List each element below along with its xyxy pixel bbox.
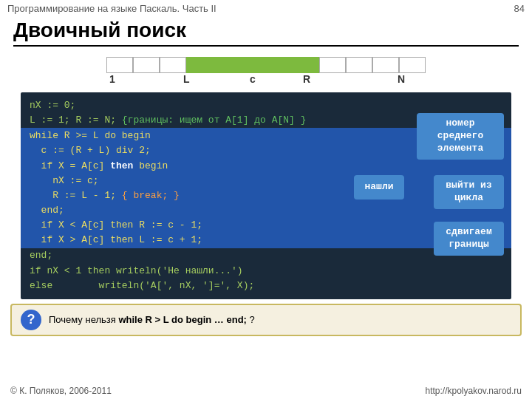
label-L: L xyxy=(183,73,190,85)
code-block: nX := 0; L := 1; R := N; {границы: ищем … xyxy=(21,92,511,299)
code-line-6: nX := c; xyxy=(30,174,502,188)
page-number: 84 xyxy=(514,3,525,14)
array-cell-1 xyxy=(133,57,160,73)
code-line-10: if X > A[c] then L := c + 1; xyxy=(30,233,502,248)
callout-middle-element: номер среднего элемента xyxy=(417,113,504,160)
array-cell-7 xyxy=(293,57,319,73)
array-cell-6 xyxy=(266,57,293,73)
code-line-5: if X = A[c] then begin xyxy=(30,159,502,174)
array-labels: 1 L c R N xyxy=(103,73,429,89)
array-cell-8 xyxy=(319,57,346,73)
question-text: Почему нельзя while R > L do begin … end… xyxy=(49,314,255,325)
question-box: ? Почему нельзя while R > L do begin … e… xyxy=(10,304,522,336)
code-section: nX := 0; L := 1; R := N; {границы: ищем … xyxy=(10,92,522,299)
callout-shift: сдвигаем границы xyxy=(434,222,504,256)
array-visualization: 1 L c R N xyxy=(0,57,532,89)
code-line-1: nX := 0; xyxy=(30,98,502,113)
label-R: R xyxy=(303,73,310,85)
page-title: Двоичный поиск xyxy=(13,18,519,47)
footer: © К. Поляков, 2006-2011 http://kpolyakov… xyxy=(0,383,532,399)
array-cell-2 xyxy=(160,57,186,73)
code-line-7: R := L - 1; { break; } xyxy=(30,188,502,203)
array-cell-5 xyxy=(239,57,266,73)
code-line-11: end; xyxy=(30,248,502,263)
array-cell-10 xyxy=(372,57,399,73)
label-1: 1 xyxy=(109,73,115,85)
callout-exit: выйти из цикла xyxy=(434,175,504,209)
array-cells xyxy=(106,57,426,73)
footer-left: © К. Поляков, 2006-2011 xyxy=(10,386,112,396)
question-icon: ? xyxy=(21,310,41,330)
callout-found: нашли xyxy=(354,175,404,200)
code-line-9: if X < A[c] then R := c - 1; xyxy=(30,218,502,233)
code-line-13: else writeln('A[', nX, ']=', X); xyxy=(30,279,502,293)
code-line-8: end; xyxy=(30,203,502,218)
array-cell-9 xyxy=(346,57,372,73)
array-cell-0 xyxy=(106,57,133,73)
code-line-12: if nX < 1 then writeln('Не нашли...') xyxy=(30,264,502,279)
label-N: N xyxy=(398,73,405,85)
header-title: Программирование на языке Паскаль. Часть… xyxy=(7,3,216,14)
label-c: c xyxy=(250,73,256,85)
array-cell-11 xyxy=(399,57,426,73)
footer-right: http://kpolyakov.narod.ru xyxy=(425,386,522,396)
array-cell-4 xyxy=(213,57,239,73)
array-cell-3 xyxy=(186,57,213,73)
